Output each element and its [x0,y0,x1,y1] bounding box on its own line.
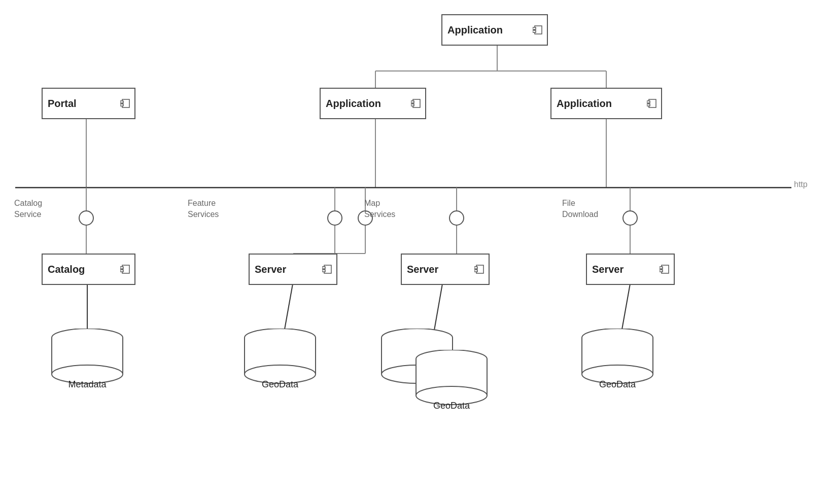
app-mid-left-icon [411,98,422,109]
server-map-label: Server [407,264,438,275]
server-file-icon [660,264,671,274]
app-mid-right-label: Application [557,98,612,110]
map-lollipop [449,210,464,226]
catalog-node: Catalog [42,254,135,285]
svg-rect-49 [474,270,477,272]
catalog-icon [120,264,131,274]
svg-rect-34 [411,104,414,106]
feature-lollipop-1 [327,210,342,226]
http-label: http [794,180,808,189]
connector-lines [0,0,831,504]
svg-rect-31 [533,30,536,32]
svg-rect-33 [411,101,414,103]
app-mid-right-node: Application [550,88,662,119]
catalog-service-label: Catalog Service [14,198,42,221]
svg-rect-43 [120,270,123,272]
portal-label: Portal [48,98,77,110]
geodata-feat-db: GeoData [239,329,321,390]
svg-line-27 [621,284,630,332]
file-download-label: File Download [562,198,598,221]
geodata-feat-label: GeoData [262,379,298,390]
map-services-label: Map Services [364,198,395,221]
feature-services-label: Feature Services [188,198,219,221]
svg-rect-42 [120,267,123,269]
app-top-node: Application [441,14,548,46]
geodata-file-cylinder [577,329,658,384]
svg-rect-48 [474,267,477,269]
portal-icon [120,98,131,109]
geodata-map2-cylinder [411,350,492,406]
svg-rect-52 [660,270,663,272]
server-map-node: Server [401,254,490,285]
server-map-icon [474,264,486,274]
svg-rect-51 [660,267,663,269]
server-file-label: Server [592,264,624,275]
file-lollipop [622,210,638,226]
geodata-map2-db: GeoData [411,350,492,411]
app-top-label: Application [447,24,503,36]
geodata-file-label: GeoData [599,379,636,390]
svg-rect-45 [322,267,325,269]
svg-rect-37 [647,104,650,106]
portal-lollipop [79,210,94,226]
svg-rect-46 [322,270,325,272]
svg-line-23 [284,284,293,332]
metadata-db: Metadata [47,329,128,390]
geodata-feat-cylinder [239,329,321,384]
geodata-map2-label: GeoData [433,401,470,411]
app-top-icon [533,25,544,35]
server-feat-icon [322,264,333,274]
server-feat-label: Server [255,264,286,275]
app-mid-left-label: Application [326,98,381,110]
server-file-node: Server [586,254,675,285]
metadata-cylinder [47,329,128,384]
svg-rect-39 [120,101,123,103]
svg-rect-36 [647,101,650,103]
svg-rect-30 [533,27,536,29]
geodata-file-db: GeoData [577,329,658,390]
portal-node: Portal [42,88,135,119]
metadata-label: Metadata [68,379,106,390]
app-mid-left-node: Application [320,88,426,119]
architecture-diagram: Application Application Application [0,0,831,504]
server-feat-node: Server [249,254,337,285]
catalog-label: Catalog [48,264,85,275]
app-mid-right-icon [647,98,658,109]
svg-rect-40 [120,104,123,106]
